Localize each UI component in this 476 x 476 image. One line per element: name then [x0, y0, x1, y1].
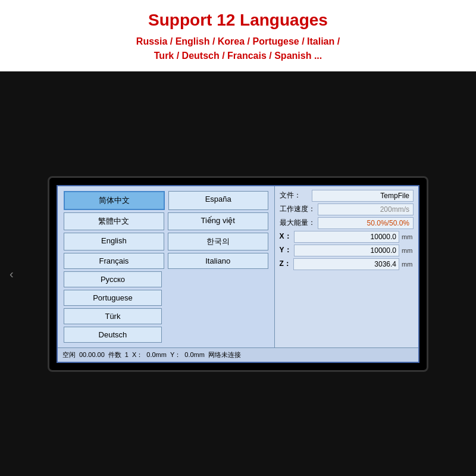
- coord-x-row: X： 10000.0 mm: [280, 231, 414, 243]
- lang-btn-italian[interactable]: Italiano: [168, 253, 268, 269]
- speed-label: 工作速度：: [280, 204, 315, 214]
- coord-x-value: 10000.0: [294, 231, 399, 243]
- lang-btn-portuguese[interactable]: Portuguese: [64, 290, 162, 306]
- coord-z-unit: mm: [402, 261, 414, 268]
- status-count-label: 件数: [108, 350, 121, 359]
- top-section: Support 12 Languages Russia / English / …: [0, 0, 476, 71]
- status-time: 00.00.00: [79, 351, 105, 358]
- speed-value: 200mm/s: [318, 203, 414, 215]
- status-network: 网络未连接: [208, 350, 241, 359]
- subtitle: Russia / English / Korea / Portugese / I…: [12, 35, 464, 63]
- coord-z-label: Z：: [280, 259, 291, 269]
- status-state: 空闲: [62, 350, 76, 359]
- lang-btn-traditional-chinese[interactable]: 繁體中文: [64, 212, 164, 230]
- power-label: 最大能量：: [280, 218, 315, 228]
- status-y-value: 0.0mm: [184, 351, 205, 358]
- power-row: 最大能量： 50.0%/50.0%: [280, 217, 414, 229]
- subtitle-line2: Turk / Deutsch / Francais / Spanish ...: [154, 51, 322, 61]
- speed-row: 工作速度： 200mm/s: [280, 203, 414, 215]
- file-row: 文件： TempFile: [280, 190, 414, 202]
- lang-btn-french[interactable]: Français: [64, 253, 164, 269]
- coord-z-row: Z： 3036.4 mm: [280, 258, 414, 270]
- lang-btn-simplified-chinese[interactable]: 简体中文: [64, 191, 165, 210]
- lang-btn-vietnamese[interactable]: Tiếng việt: [168, 212, 268, 230]
- lang-row-7: Türk: [64, 308, 268, 324]
- right-panel-empty: [280, 272, 414, 344]
- screen-outer: 简体中文 España 繁體中文 Tiếng việt English 한국의 …: [48, 176, 428, 372]
- lang-btn-english[interactable]: English: [64, 233, 164, 250]
- file-label: 文件：: [280, 190, 309, 201]
- power-value: 50.0%/50.0%: [318, 217, 414, 229]
- lang-row-5: Русско: [64, 271, 268, 287]
- lang-row-8: Deutsch: [64, 327, 268, 343]
- coord-y-unit: mm: [402, 247, 414, 254]
- language-panel: 简体中文 España 繁體中文 Tiếng việt English 한국의 …: [58, 186, 274, 347]
- lang-btn-espana[interactable]: España: [168, 191, 268, 210]
- status-bar: 空闲 00.00.00 件数 1 X： 0.0mm Y： 0.0mm 网络未连接: [58, 347, 418, 362]
- screen-inner: 简体中文 España 繁體中文 Tiếng việt English 한국의 …: [57, 185, 419, 363]
- file-value: TempFile: [312, 190, 414, 202]
- lang-btn-korean[interactable]: 한국의: [168, 233, 268, 250]
- coord-x-label: X：: [280, 231, 292, 242]
- lang-btn-turkish[interactable]: Türk: [64, 308, 162, 324]
- status-y-label: Y：: [170, 350, 181, 359]
- lang-row-6: Portuguese: [64, 290, 268, 306]
- lang-row-1: 简体中文 España: [64, 191, 268, 210]
- coord-y-row: Y： 10000.0 mm: [280, 245, 414, 256]
- coord-y-value: 10000.0: [294, 245, 399, 256]
- lang-btn-deutsch[interactable]: Deutsch: [64, 327, 162, 343]
- lang-row-2: 繁體中文 Tiếng việt: [64, 212, 268, 230]
- lang-btn-russian[interactable]: Русско: [64, 271, 162, 287]
- main-title: Support 12 Languages: [12, 11, 464, 30]
- lang-row-4: Français Italiano: [64, 253, 268, 269]
- screen-content: 简体中文 España 繁體中文 Tiếng việt English 한국의 …: [58, 186, 418, 347]
- status-x-value: 0.0mm: [146, 351, 167, 358]
- coord-y-label: Y：: [280, 245, 292, 255]
- device-area: ‹ 简体中文 España 繁體中文 Tiếng việt English: [0, 71, 476, 476]
- coord-z-value: 3036.4: [293, 258, 399, 270]
- status-count-value: 1: [125, 351, 129, 358]
- left-arrow-icon: ‹: [10, 267, 14, 281]
- info-panel: 文件： TempFile 工作速度： 200mm/s 最大能量： 50.0%/5…: [274, 186, 418, 347]
- subtitle-line1: Russia / English / Korea / Portugese / I…: [136, 36, 340, 46]
- status-x-label: X：: [132, 350, 143, 359]
- coord-x-unit: mm: [402, 233, 414, 240]
- lang-row-3: English 한국의: [64, 233, 268, 250]
